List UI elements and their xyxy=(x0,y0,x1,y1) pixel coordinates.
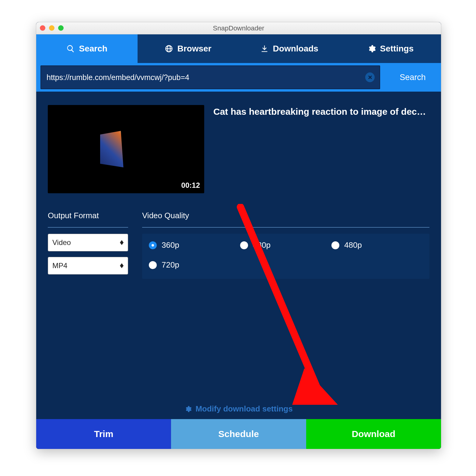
options: Output Format Video MP4 V xyxy=(48,211,429,280)
tab-browser[interactable]: Browser xyxy=(138,34,239,63)
tab-search[interactable]: Search xyxy=(36,34,138,63)
video-duration: 00:12 xyxy=(181,181,200,190)
window-controls xyxy=(40,25,64,31)
video-quality-panel: 360p480p480p720p xyxy=(142,234,429,279)
tab-settings-label: Settings xyxy=(380,44,414,54)
quality-option-label: 480p xyxy=(253,240,271,250)
radio-dot-icon xyxy=(149,241,157,249)
close-icon xyxy=(368,75,373,80)
gear-icon xyxy=(184,405,192,413)
quality-option-480p[interactable]: 480p xyxy=(331,240,423,250)
app-window: SnapDownloader Search Browser Downloads … xyxy=(36,22,441,449)
titlebar: SnapDownloader xyxy=(36,22,441,34)
video-thumbnail[interactable]: 00:12 xyxy=(48,105,204,193)
main-tabs: Search Browser Downloads Settings xyxy=(36,34,441,63)
output-format-section: Output Format Video MP4 xyxy=(48,211,128,280)
video-title: Cat has heartbreaking reaction to image … xyxy=(213,105,429,193)
download-button[interactable]: Download xyxy=(306,419,441,449)
tab-downloads-label: Downloads xyxy=(273,44,318,54)
gear-icon xyxy=(367,44,376,53)
quality-option-480p[interactable]: 480p xyxy=(240,240,331,250)
action-bar: Trim Schedule Download xyxy=(36,419,441,449)
tab-search-label: Search xyxy=(79,44,107,54)
schedule-button[interactable]: Schedule xyxy=(171,419,306,449)
tab-settings[interactable]: Settings xyxy=(340,34,441,63)
modify-download-settings-link[interactable]: Modify download settings xyxy=(36,404,441,414)
tab-browser-label: Browser xyxy=(177,44,212,54)
search-button-label: Search xyxy=(400,73,426,82)
select-arrows-icon xyxy=(120,240,124,245)
search-bar: Search xyxy=(36,63,441,92)
radio-dot-icon xyxy=(331,241,339,249)
search-icon xyxy=(66,44,75,53)
fullscreen-window-button[interactable] xyxy=(58,25,64,31)
output-type-value: Video xyxy=(52,238,71,247)
video-quality-section: Video Quality 360p480p480p720p xyxy=(142,211,429,280)
radio-dot-icon xyxy=(149,261,157,269)
video-quality-label: Video Quality xyxy=(142,211,429,228)
quality-option-label: 360p xyxy=(162,240,179,250)
minimize-window-button[interactable] xyxy=(49,25,54,31)
search-button[interactable]: Search xyxy=(384,63,441,92)
clear-url-button[interactable] xyxy=(365,72,375,82)
select-arrows-icon xyxy=(120,263,124,268)
radio-dot-icon xyxy=(240,241,248,249)
output-type-select[interactable]: Video xyxy=(48,234,128,251)
content-area: 00:12 Cat has heartbreaking reaction to … xyxy=(36,92,441,449)
close-window-button[interactable] xyxy=(40,25,45,31)
modify-download-settings-label: Modify download settings xyxy=(195,404,292,414)
quality-option-label: 720p xyxy=(162,260,179,270)
output-container-value: MP4 xyxy=(52,261,67,270)
schedule-button-label: Schedule xyxy=(218,429,259,439)
download-icon xyxy=(260,44,269,53)
tab-downloads[interactable]: Downloads xyxy=(239,34,340,63)
download-button-label: Download xyxy=(352,429,395,439)
quality-option-360p[interactable]: 360p xyxy=(149,240,240,250)
window-title: SnapDownloader xyxy=(213,24,264,32)
url-input-wrapper xyxy=(40,65,380,89)
quality-option-label: 480p xyxy=(344,240,362,250)
trim-button[interactable]: Trim xyxy=(36,419,171,449)
trim-button-label: Trim xyxy=(94,429,113,439)
video-info: 00:12 Cat has heartbreaking reaction to … xyxy=(48,105,429,193)
output-format-label: Output Format xyxy=(48,211,128,228)
quality-option-720p[interactable]: 720p xyxy=(149,260,240,270)
output-container-select[interactable]: MP4 xyxy=(48,257,128,275)
url-input[interactable] xyxy=(46,73,362,82)
thumbnail-art xyxy=(100,131,152,167)
globe-icon xyxy=(165,44,173,53)
